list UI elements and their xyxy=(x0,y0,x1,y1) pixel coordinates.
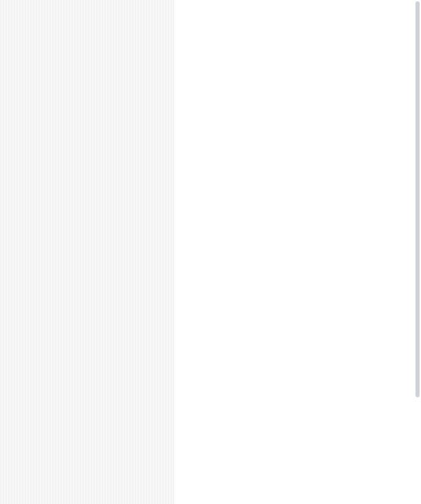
left-canvas xyxy=(0,0,174,504)
scrollbar[interactable] xyxy=(415,1,420,397)
